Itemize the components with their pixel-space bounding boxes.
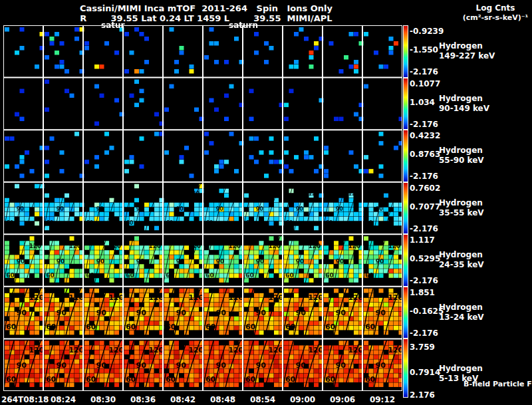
colorbar-units-formula: (cm²-sr-s-keV)⁻¹ [459, 13, 532, 22]
time-axis-label: 08:48 [210, 395, 235, 404]
colorbar-scale-bottom: -2.176 [410, 329, 456, 338]
energy-band-label: Hydrogen 149-227 keV [439, 41, 495, 61]
colorbar-scale-top: 3.759 [410, 342, 456, 352]
colorbar-scale-top: 1.117 [410, 235, 456, 245]
time-axis-label: 08:24 [51, 395, 76, 404]
colorbar-scale-bottom: -2.176 [410, 120, 456, 129]
colorbar-scale-top: 0.1077 [410, 79, 456, 88]
colorbar-scale-bottom: 2.176 [410, 390, 456, 400]
time-axis-label: 264T08:18 [1, 395, 49, 404]
cassini-mimi-spectrogram-window: Cassini/MIMI Inca mTOF 2011-264 Spin Ion… [0, 0, 532, 405]
time-axis-label: 09:12 [370, 395, 395, 404]
colorbar-scale-bottom: -2.176 [410, 172, 456, 181]
colorbar-segment [403, 25, 408, 78]
colorbar-segment [403, 234, 408, 287]
colorbar-scale-bottom: -2.176 [410, 67, 456, 76]
colorbar-scale-top: -0.9239 [410, 27, 456, 36]
page-subtitle: R 39.55 Lat 0.24 LT 1459 L 39.55 MIMI/AP… [0, 13, 412, 23]
time-axis-label: 09:00 [290, 395, 315, 404]
colorbar-segment [403, 78, 408, 130]
energy-band-label: Hydrogen 55-90 keV [439, 146, 484, 166]
time-axis-label: 09:06 [330, 395, 355, 404]
colorbar-segment [403, 130, 408, 182]
spectrogram-panel-grid [3, 25, 402, 391]
colorbar-units-title: Log Cnts [459, 3, 532, 13]
colorbar-scale-top: 1.851 [410, 288, 456, 297]
colorbar-segment [403, 287, 408, 339]
time-axis-label: 08:36 [130, 395, 156, 404]
saturn-position-label: saturn [229, 21, 258, 30]
colorbar-segment [403, 182, 408, 235]
colorbar-scale-bottom: -2.176 [410, 276, 456, 285]
time-axis-label: 08:30 [90, 395, 116, 404]
energy-band-label: Hydrogen 24-35 keV [439, 250, 484, 270]
colorbar-scale-top: 0.4232 [410, 131, 456, 140]
energy-band-label: Hydrogen 35-55 keV [439, 198, 484, 218]
energy-band-label: Hydrogen 90-149 keV [439, 94, 489, 114]
page-title: Cassini/MIMI Inca mTOF 2011-264 Spin Ion… [0, 3, 412, 13]
time-axis-label: 08:42 [170, 395, 196, 404]
colorbar-scale-bottom: -2.176 [410, 224, 456, 233]
energy-band-label: Hydrogen 5-13 keV [439, 364, 483, 384]
colorbar-scale-top: 0.7602 [410, 184, 456, 193]
time-axis-label: 08:54 [250, 395, 275, 404]
energy-band-label: Hydrogen 13-24 keV [439, 303, 484, 323]
colorbar-segment [403, 338, 408, 398]
saturn-position-label: satur [101, 21, 124, 30]
